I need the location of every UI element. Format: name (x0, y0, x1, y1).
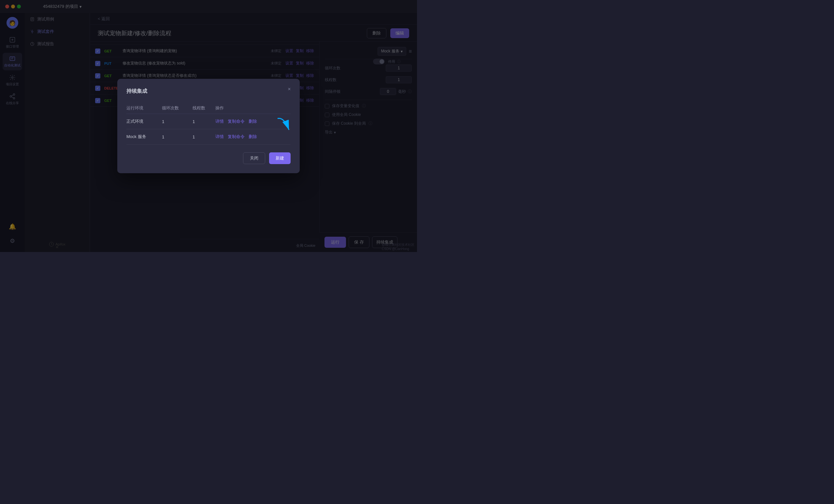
ci-table: 运行环境 循环次数 线程数 操作 正式环境 1 1 详情 复制命令 (126, 102, 291, 144)
table-row: Mock 服务 1 1 详情 复制命令 删除 (126, 129, 291, 144)
row-loops: 1 (162, 129, 193, 144)
arrow-indicator (274, 115, 294, 135)
modal-overlay[interactable]: 持续集成 × 运行环境 循环次数 线程数 操作 正式环境 1 1 (0, 0, 417, 252)
col-threads: 线程数 (193, 102, 215, 114)
table-row: 正式环境 1 1 详情 复制命令 删除 (126, 114, 291, 129)
modal-close-button[interactable]: × (285, 85, 293, 93)
col-loops: 循环次数 (162, 102, 193, 114)
modal-footer: 关闭 新建 (126, 152, 291, 164)
delete-link[interactable]: 删除 (248, 134, 257, 140)
col-env: 运行环境 (126, 102, 162, 114)
detail-link[interactable]: 详情 (215, 134, 224, 140)
col-actions: 操作 (215, 102, 291, 114)
row-loops: 1 (162, 114, 193, 129)
ci-modal: 持续集成 × 运行环境 循环次数 线程数 操作 正式环境 1 1 (117, 79, 300, 173)
modal-title: 持续集成 (126, 88, 291, 95)
delete-link[interactable]: 删除 (248, 118, 257, 124)
row-env: Mock 服务 (126, 129, 162, 144)
row-threads: 1 (193, 114, 215, 129)
close-modal-button[interactable]: 关闭 (243, 152, 265, 164)
copy-cmd-link[interactable]: 复制命令 (228, 134, 245, 140)
new-ci-button[interactable]: 新建 (269, 152, 291, 164)
row-threads: 1 (193, 129, 215, 144)
detail-link[interactable]: 详情 (215, 118, 224, 124)
copy-cmd-link[interactable]: 复制命令 (228, 118, 245, 124)
row-env: 正式环境 (126, 114, 162, 129)
